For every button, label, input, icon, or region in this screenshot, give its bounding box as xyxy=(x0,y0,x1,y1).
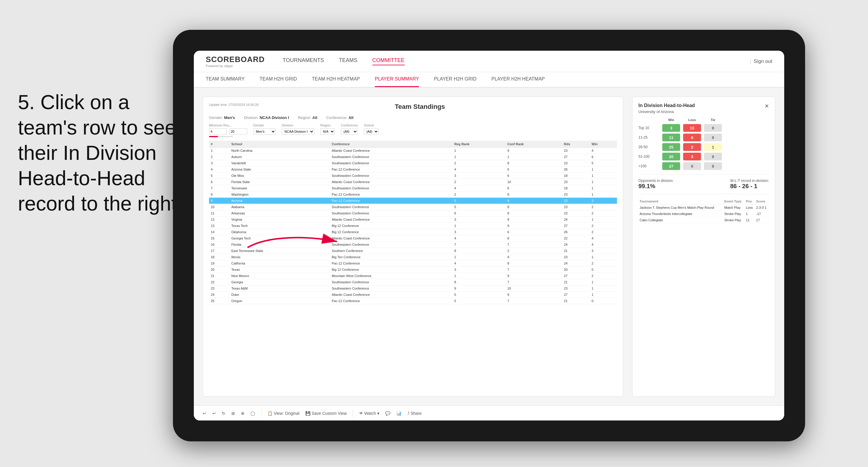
table-row[interactable]: 2 Auburn Southeastern Conference 1 1 27 … xyxy=(209,154,617,160)
division-select[interactable]: NCAA Division I xyxy=(282,128,314,135)
min-rounds-ctrl: Minimum Rou... xyxy=(209,123,247,137)
redo-button[interactable]: ↩ xyxy=(212,411,216,416)
tournament-row: Cabo Collegiate Stroke Play 11 17 xyxy=(639,217,769,223)
cell-conference: Pac-12 Conference xyxy=(330,298,452,304)
stats-button[interactable]: 📊 xyxy=(396,411,401,416)
cell-win: 5 xyxy=(590,160,617,166)
table-row[interactable]: 24 Duke Atlantic Coast Conference 5 9 27… xyxy=(209,292,617,298)
comment-button[interactable]: 💬 xyxy=(385,411,390,416)
table-row[interactable]: 3 Vanderbilt Southeastern Conference 2 8… xyxy=(209,160,617,166)
cell-conf-rank: 7 xyxy=(505,298,562,304)
table-row[interactable]: 20 Texas Big 12 Conference 3 7 20 0 xyxy=(209,267,617,273)
region-ctrl: Region N/A xyxy=(320,123,335,137)
table-row[interactable]: 16 Florida Southeastern Conference 7 7 2… xyxy=(209,242,617,248)
nav-teams[interactable]: TEAMS xyxy=(339,57,357,65)
cell-reg-rank: 1 xyxy=(453,223,506,229)
conference-select[interactable]: (All) xyxy=(341,128,358,135)
cell-score: 2-3-0 1 xyxy=(755,205,769,211)
grid-button[interactable]: ⊞ xyxy=(231,411,235,416)
table-row[interactable]: 5 Ole Miss Southeastern Conference 3 6 1… xyxy=(209,173,617,179)
sub-nav-team-summary[interactable]: TEAM SUMMARY xyxy=(206,72,245,87)
table-row[interactable]: 13 Texas Tech Big 12 Conference 1 9 27 2 xyxy=(209,223,617,229)
h2h-col-tie: Tie xyxy=(704,118,722,122)
h2h-win-cell: 25 xyxy=(662,143,680,151)
gender-select[interactable]: Men's Women's xyxy=(253,128,276,135)
nav-committee[interactable]: COMMITTEE xyxy=(372,57,405,65)
h2h-tie-cell: 1 xyxy=(704,143,722,151)
table-row[interactable]: 14 Oklahoma Big 12 Conference 3 6 26 2 xyxy=(209,229,617,235)
record-group: W-L-T record in-division: 86 - 26 - 1 xyxy=(730,179,769,190)
table-row[interactable]: 17 East Tennessee State Southern Confere… xyxy=(209,248,617,254)
h2h-tie-cell: 0 xyxy=(704,162,722,170)
undo-button[interactable]: ↩ xyxy=(203,411,206,416)
sub-nav-player-h2h-heatmap[interactable]: PLAYER H2H HEATMAP xyxy=(491,72,545,87)
table-row[interactable]: 6 Florida State Atlantic Coast Conferenc… xyxy=(209,179,617,185)
cell-rank: 23 xyxy=(209,285,229,292)
standings-table: # School Conference Reg Rank Conf Rank R… xyxy=(209,141,617,304)
h2h-win-cell: 3 xyxy=(662,124,680,132)
col-pos: Pos xyxy=(745,198,755,205)
cell-conference: Pac-12 Conference xyxy=(330,260,452,267)
nav-tournaments[interactable]: TOURNAMENTS xyxy=(283,57,324,65)
share-button[interactable]: ⤴ Share xyxy=(407,411,422,416)
cell-pos: Loss xyxy=(745,205,755,211)
watch-button[interactable]: 👁 Watch ▾ xyxy=(359,411,379,416)
save-custom-view-button[interactable]: 💾 Save Custom View xyxy=(305,411,347,416)
table-row[interactable]: 7 Tennessee Southeastern Conference 4 6 … xyxy=(209,185,617,191)
table-row[interactable]: 22 Georgia Southeastern Conference 8 7 2… xyxy=(209,279,617,285)
refresh-button[interactable]: ↻ xyxy=(222,411,225,416)
cell-conference: Atlantic Coast Conference xyxy=(330,217,452,223)
h2h-loss-cell: 8 xyxy=(683,134,701,142)
filter-region: Region: All xyxy=(298,116,317,120)
h2h-range-label: 51-100 xyxy=(639,154,659,159)
table-row[interactable]: 21 New Mexico Mountain West Conference 1… xyxy=(209,273,617,279)
h2h-close-button[interactable]: ✕ xyxy=(765,103,769,110)
min-rounds-input[interactable] xyxy=(209,128,227,135)
cell-conf-rank: 7 xyxy=(505,267,562,273)
table-row[interactable]: 15 Georgia Tech Atlantic Coast Conferenc… xyxy=(209,235,617,242)
sub-nav-player-summary[interactable]: PLAYER SUMMARY xyxy=(375,72,419,87)
table-row[interactable]: 8 Washington Pac-12 Conference 2 8 23 1 xyxy=(209,191,617,198)
cell-school: Florida State xyxy=(229,179,330,185)
cell-win: 1 xyxy=(590,254,617,260)
table-row[interactable]: 11 Arkansas Southeastern Conference 6 8 … xyxy=(209,210,617,217)
table-row[interactable]: 18 Illinois Big Ten Conference 1 9 23 1 xyxy=(209,254,617,260)
cell-win: 0 xyxy=(590,267,617,273)
circle-button[interactable]: ◯ xyxy=(250,411,255,416)
table-row[interactable]: 19 California Pac-12 Conference 4 8 24 2 xyxy=(209,260,617,267)
h2h-col-loss: Loss xyxy=(683,118,701,122)
sub-nav-team-h2h-heatmap[interactable]: TEAM H2H HEATMAP xyxy=(312,72,360,87)
add-button[interactable]: ⊕ xyxy=(241,411,245,416)
school-select[interactable]: (All) xyxy=(364,128,379,135)
cell-conf-rank: 2 xyxy=(505,248,562,254)
h2h-row: Top 10 3 13 0 xyxy=(639,124,769,132)
sub-nav-team-h2h-grid[interactable]: TEAM H2H GRID xyxy=(259,72,297,87)
cell-rds: 23 xyxy=(562,285,590,292)
sub-nav-player-h2h-grid[interactable]: PLAYER H2H GRID xyxy=(434,72,476,87)
cell-conference: Big Ten Conference xyxy=(330,254,452,260)
cell-conference: Mountain West Conference xyxy=(330,273,452,279)
cell-conference: Southeastern Conference xyxy=(330,242,452,248)
region-select[interactable]: N/A xyxy=(320,128,335,135)
sign-out-button[interactable]: Sign out xyxy=(754,58,772,64)
table-row[interactable]: 23 Texas A&M Southeastern Conference 9 1… xyxy=(209,285,617,292)
cell-school: Washington xyxy=(229,191,330,198)
cell-rank: 22 xyxy=(209,279,229,285)
table-row[interactable]: 25 Oregon Pac-12 Conference 5 7 21 0 xyxy=(209,298,617,304)
table-row[interactable]: 4 Arizona State Pac-12 Conference 4 6 26… xyxy=(209,166,617,173)
cell-rank: 6 xyxy=(209,179,229,185)
gender-ctrl: Gender Men's Women's xyxy=(253,123,276,137)
table-row[interactable]: 9 Arizona Pac-12 Conference 5 8 23 3 xyxy=(209,198,617,204)
view-original-button[interactable]: 📋 View: Original xyxy=(268,411,299,416)
col-reg-rank: Reg Rank xyxy=(453,141,506,148)
cell-rds: 23 xyxy=(562,254,590,260)
table-row[interactable]: 1 North Carolina Atlantic Coast Conferen… xyxy=(209,148,617,154)
cell-reg-rank: 5 xyxy=(453,198,506,204)
max-rounds-input[interactable] xyxy=(229,128,247,135)
rounds-slider[interactable] xyxy=(209,136,233,137)
h2h-loss-cell: 3 xyxy=(683,153,701,160)
table-row[interactable]: 12 Virginia Atlantic Coast Conference 3 … xyxy=(209,217,617,223)
table-row[interactable]: 10 Alabama Southeastern Conference 5 8 2… xyxy=(209,204,617,210)
cell-school: Alabama xyxy=(229,204,330,210)
cell-reg-rank: 1 xyxy=(453,273,506,279)
